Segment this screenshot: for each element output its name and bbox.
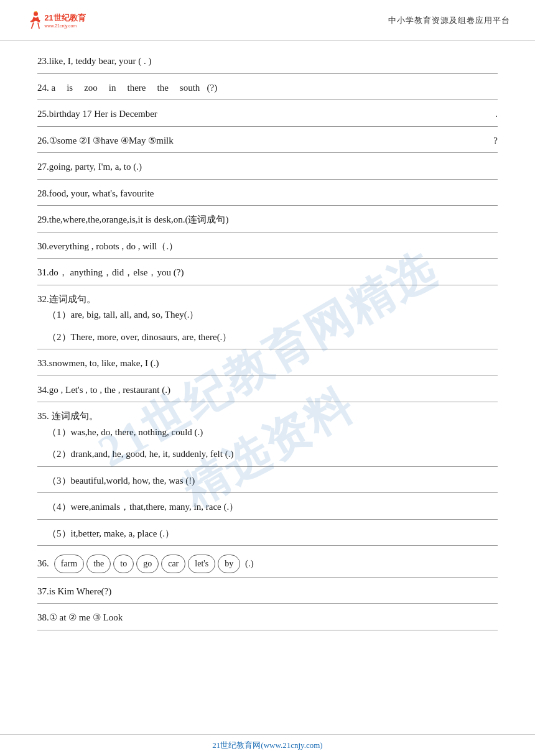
bubble-farm: farm <box>54 555 84 573</box>
svg-text:21世纪教育: 21世纪教育 <box>45 13 86 22</box>
question-36: 36. farm the to go car let's by (.) <box>37 546 498 578</box>
q36-num: 36. <box>37 556 49 572</box>
question-35-sub2: （2）drank,and, he, good, he, it, suddenly… <box>37 440 498 467</box>
q24-suffix: (?) <box>202 83 217 93</box>
header: 21世纪教育 www.21cnjy.com 中小学教育资源及组卷应用平台 <box>0 0 535 41</box>
question-34: 34.go , Let's , to , the , restaurant (.… <box>37 376 498 403</box>
q24-prefix: 24. <box>37 83 49 93</box>
question-24: 24. a is zoo in there the south (?) <box>37 74 498 101</box>
q31-text: 31.do， anything，did，else，you (?) <box>37 267 184 277</box>
question-23: 23.like, I, teddy bear, your ( . ) <box>37 47 498 74</box>
footer: 21世纪教育网(www.21cnjy.com) <box>0 734 535 756</box>
q34-text: 34.go , Let's , to , the , restaurant (.… <box>37 385 170 395</box>
question-28: 28.food, your, what's, favourite <box>37 180 498 206</box>
q37-text: 37.is Kim Where(?) <box>37 586 111 596</box>
content-area: 23.like, I, teddy bear, your ( . ) 24. a… <box>0 41 535 662</box>
q35-sub4: （4）were,animals，that,there, many, in, ra… <box>47 499 498 515</box>
q26-end: ? <box>493 133 498 149</box>
q38-text: 38.① at ② me ③ Look <box>37 612 123 622</box>
question-35: 35. 连词成句。 （1）was,he, do, there, nothing,… <box>37 402 498 440</box>
footer-text: 21世纪教育网(www.21cnjy.com) <box>212 740 322 750</box>
question-35-sub5: （5）it,better, make, a, place (.） <box>37 520 498 546</box>
q24-words: a is zoo in there the south <box>52 80 200 96</box>
question-25: 25.birthday 17 Her is December . <box>37 100 498 127</box>
bubble-by: by <box>218 555 240 573</box>
logo-area: 21世纪教育 www.21cnjy.com <box>25 6 112 34</box>
question-37: 37.is Kim Where(?) <box>37 578 498 604</box>
question-30: 30.everything , robots , do , will（.） <box>37 233 498 259</box>
question-32-sub2: （2）There, more, over, dinosaurs, are, th… <box>37 323 498 350</box>
svg-point-0 <box>34 12 38 16</box>
question-27: 27.going, party, I'm, a, to (.) <box>37 153 498 180</box>
q25-text: 25.birthday 17 Her is December <box>37 109 157 119</box>
question-35-sub4: （4）were,animals，that,there, many, in, ra… <box>37 493 498 520</box>
question-31: 31.do， anything，did，else，you (?) <box>37 259 498 285</box>
bubble-to: to <box>113 555 134 573</box>
q35-sub1: （1）was,he, do, there, nothing, could (.) <box>47 425 498 441</box>
q28-text: 28.food, your, what's, favourite <box>37 188 154 198</box>
q35-sub5: （5）it,better, make, a, place (.） <box>47 526 498 542</box>
bubble-the: the <box>86 555 111 573</box>
question-26: 26.①some ②I ③have ④May ⑤milk ? <box>37 127 498 154</box>
question-35-sub3: （3）beautiful,world, how, the, was (!) <box>37 467 498 494</box>
q33-text: 33.snowmen, to, like, make, I (.) <box>37 358 159 368</box>
q23-text: 23.like, I, teddy bear, your ( . ) <box>37 56 152 66</box>
q36-suffix: (.) <box>243 556 254 572</box>
platform-label: 中小学教育资源及组卷应用平台 <box>388 15 510 26</box>
q30-text: 30.everything , robots , do , will（.） <box>37 241 178 251</box>
bubble-car: car <box>161 555 185 573</box>
q35-sub2: （2）drank,and, he, good, he, it, suddenly… <box>47 446 498 463</box>
bubble-lets: let's <box>188 555 215 573</box>
question-33: 33.snowmen, to, like, make, I (.) <box>37 349 498 376</box>
q29-text: 29.the,where,the,orange,is,it is desk,on… <box>37 214 228 224</box>
question-38: 38.① at ② me ③ Look <box>37 604 498 630</box>
question-29: 29.the,where,the,orange,is,it is desk,on… <box>37 206 498 233</box>
q32-sub2: （2）There, more, over, dinosaurs, are, th… <box>47 330 498 346</box>
logo-icon: 21世纪教育 www.21cnjy.com <box>25 6 112 34</box>
q35-sub3: （3）beautiful,world, how, the, was (!) <box>47 473 498 489</box>
bubble-go: go <box>136 555 159 573</box>
question-32: 32.连词成句。 （1）are, big, tall, all, and, so… <box>37 285 498 323</box>
q26-text: 26.①some ②I ③have ④May ⑤milk <box>37 136 174 145</box>
q36-bubble-row: 36. farm the to go car let's by (.) <box>37 555 498 573</box>
svg-text:www.21cnjy.com: www.21cnjy.com <box>44 24 77 29</box>
q35-label: 35. 连词成句。 <box>37 408 498 425</box>
q32-label: 32.连词成句。 <box>37 292 498 308</box>
q32-sub1: （1）are, big, tall, all, and, so, They(.） <box>47 307 498 323</box>
q27-text: 27.going, party, I'm, a, to (.) <box>37 162 142 172</box>
